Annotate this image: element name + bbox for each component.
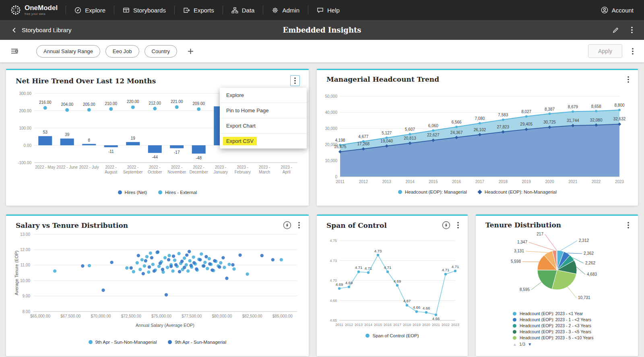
legend-item: Headcount (EOP): Managerial	[398, 190, 467, 194]
svg-text:221.00: 221.00	[171, 99, 183, 104]
pie-legend: Headcount (EOP): 2023 - <1 Year Headcoun…	[513, 311, 638, 340]
svg-text:7,583: 7,583	[498, 113, 508, 117]
menu-item-pin-to-home-page[interactable]: Pin to Home Page	[220, 103, 307, 118]
menu-item-export-csv[interactable]: Export CSV	[220, 134, 307, 149]
apply-button[interactable]: Apply	[588, 44, 622, 58]
legend-item: Headcount (EOP): 2023 - 3 - <5 Years	[513, 329, 638, 334]
filter-pill-annual-salary-range[interactable]: Annual Salary Range	[36, 45, 100, 58]
nav-item-label: Help	[327, 7, 340, 14]
card-title: Span of Control	[326, 221, 387, 229]
svg-text:2018: 2018	[499, 180, 508, 184]
account-button[interactable]: Account	[592, 0, 634, 20]
card-tenure-distribution: Tenure Distribution 2,3122,3622,2624,683…	[476, 215, 638, 356]
brand-logo[interactable]: OneModel free your data	[10, 4, 58, 16]
svg-text:$82,500.00: $82,500.00	[242, 314, 262, 318]
svg-text:204.00: 204.00	[61, 102, 73, 107]
svg-text:4.66: 4.66	[413, 305, 420, 310]
svg-text:217: 217	[537, 232, 543, 236]
insight-lightning-icon[interactable]	[442, 221, 450, 229]
svg-text:1,347: 1,347	[517, 240, 527, 244]
svg-text:0.00: 0.00	[24, 143, 32, 148]
help-chat-icon	[317, 7, 324, 14]
back-to-storyboard-library[interactable]: Storyboard Library	[11, 27, 71, 33]
svg-text:December: December	[190, 170, 208, 174]
svg-text:-11: -11	[108, 149, 114, 154]
svg-text:2,262: 2,262	[585, 261, 595, 265]
legend-page-down-icon[interactable]: ▼	[528, 342, 532, 347]
svg-text:2022: 2022	[592, 180, 601, 184]
subheader-kebab-icon[interactable]	[631, 27, 633, 33]
span-of-control-chart: 4.754.734.704.684.654.6920114.6920124.71…	[325, 230, 460, 332]
svg-text:$65,000.00: $65,000.00	[30, 314, 50, 318]
svg-text:2017: 2017	[475, 180, 485, 184]
edit-pencil-icon[interactable]	[612, 27, 619, 33]
svg-text:2018: 2018	[402, 323, 411, 327]
svg-text:22,627: 22,627	[427, 133, 440, 137]
add-filter-icon[interactable]	[187, 48, 194, 55]
svg-text:13.00: 13.00	[20, 232, 30, 237]
svg-text:100.00: 100.00	[19, 126, 31, 130]
filter-pill-country[interactable]: Country	[144, 45, 178, 58]
svg-text:205.00: 205.00	[83, 102, 95, 107]
insight-lightning-icon[interactable]	[283, 221, 291, 229]
svg-text:$75,000.00: $75,000.00	[151, 314, 171, 318]
export-csv-highlight[interactable]: Export CSV	[223, 137, 257, 145]
card-kebab-icon[interactable]	[457, 222, 459, 229]
menu-item-explore[interactable]: Explore	[220, 88, 307, 103]
svg-text:2022 -: 2022 -	[127, 165, 138, 169]
nav-item-exports[interactable]: Exports	[175, 0, 223, 20]
svg-text:2017: 2017	[393, 323, 401, 327]
onemodel-logo-icon	[10, 5, 21, 15]
svg-text:2022: 2022	[441, 323, 449, 327]
legend-page-up-icon[interactable]: ▲	[513, 342, 517, 347]
svg-text:0: 0	[335, 175, 337, 179]
svg-text:2022 -: 2022 -	[193, 165, 204, 169]
svg-text:-17: -17	[174, 150, 180, 155]
svg-text:7,080: 7,080	[475, 116, 485, 121]
svg-text:5,607: 5,607	[405, 127, 415, 132]
svg-text:4.66: 4.66	[432, 316, 440, 321]
svg-text:5,598: 5,598	[510, 259, 520, 264]
nav-item-label: Storyboards	[133, 7, 166, 14]
back-label: Storyboard Library	[22, 27, 71, 33]
nav-item-explore[interactable]: Explore	[66, 0, 114, 20]
svg-text:300.00: 300.00	[19, 91, 31, 96]
legend-item: Span of Control (EOP)	[365, 333, 419, 338]
svg-text:2014: 2014	[364, 323, 372, 327]
card-kebab-icon[interactable]	[627, 76, 629, 83]
nav-item-help[interactable]: Help	[308, 0, 348, 20]
card-kebab-icon[interactable]	[627, 222, 629, 229]
filter-list-icon[interactable]	[10, 47, 19, 55]
svg-text:2016: 2016	[452, 180, 461, 184]
nav-item-label: Explore	[85, 7, 105, 14]
svg-text:8: 8	[88, 138, 90, 142]
legend-pager: ▲ 1/3 ▼	[513, 342, 638, 347]
filter-pill-eeo-job[interactable]: Eeo Job	[105, 45, 139, 58]
svg-text:210.00: 210.00	[105, 101, 117, 106]
card-kebab-icon[interactable]	[298, 222, 300, 229]
managerial-headcount-chart: 50,00040,00030,00020,00010,00004,19815,4…	[321, 84, 634, 188]
svg-text:$77,500.00: $77,500.00	[182, 314, 202, 318]
nav-item-admin[interactable]: Admin	[263, 0, 308, 20]
legend-page-indicator: 1/3	[519, 342, 525, 347]
svg-text:$67,500.00: $67,500.00	[60, 314, 80, 318]
card-title: Tenure Distribution	[485, 221, 561, 229]
filterbar-kebab-icon[interactable]	[632, 48, 634, 55]
tenure-distribution-pie-chart: 2,3122,3622,2624,68310,7318,5955,5983,13…	[482, 230, 632, 310]
subheader-actions	[612, 27, 633, 33]
svg-text:9.00: 9.00	[23, 294, 31, 298]
menu-item-export-chart[interactable]: Export Chart	[220, 118, 307, 134]
nav-item-label: Exports	[194, 7, 214, 14]
card-kebab-icon-active[interactable]	[290, 75, 300, 86]
svg-text:2021: 2021	[568, 180, 578, 184]
svg-text:2023: 2023	[451, 323, 459, 327]
svg-text:$85,000.00: $85,000.00	[272, 314, 293, 318]
svg-text:30,000: 30,000	[325, 126, 337, 131]
svg-text:2,362: 2,362	[584, 251, 594, 256]
svg-text:2011: 2011	[336, 180, 345, 184]
svg-text:4,677: 4,677	[358, 134, 368, 139]
nav-item-storyboards[interactable]: Storyboards	[114, 0, 174, 20]
nav-item-data[interactable]: Data	[223, 0, 263, 20]
svg-text:30,725: 30,725	[543, 120, 556, 124]
svg-text:4.69: 4.69	[393, 279, 401, 283]
